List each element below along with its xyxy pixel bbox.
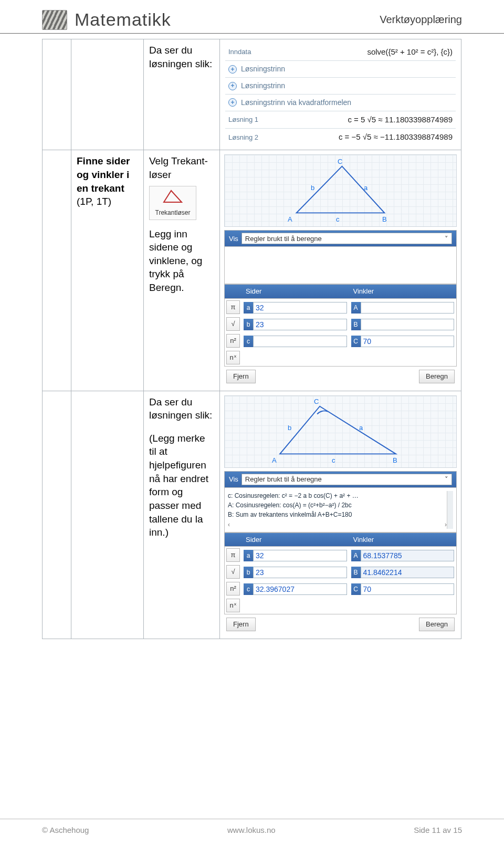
cell-empty: [43, 150, 71, 391]
side-label: c: [332, 456, 335, 465]
inndata-label: Inndata: [228, 47, 251, 57]
square-button[interactable]: n²: [226, 334, 240, 348]
expand-icon[interactable]: +: [228, 65, 237, 74]
footer-url: www.lokus.no: [227, 826, 276, 834]
expand-icon[interactable]: +: [228, 98, 237, 107]
chevron-down-icon: ˅: [445, 475, 448, 484]
rules-result-box: c: Cosinusregelen: c² = −2 a b cos(C) + …: [224, 487, 457, 532]
table-row: Da ser du løsningen slik: (Legg merke ti…: [43, 391, 461, 639]
vis-select[interactable]: Regler brukt til å beregne ˅: [242, 474, 452, 485]
angle-c-input[interactable]: 70: [361, 583, 455, 595]
solution-row: Løsning 1c = 5 √5 ≈ 11.1803398874989: [225, 111, 456, 128]
trekantloser-label: Trekantløser: [152, 208, 194, 217]
brand-logo-icon: [42, 10, 67, 30]
solution-label: Løsning 2: [228, 133, 258, 142]
scroll-left-icon[interactable]: ‹: [228, 520, 230, 529]
solution-math: c = −5 √5 ≈ −11.1803398874989: [339, 132, 453, 142]
table-row: Da ser du løsningen slik: Inndata solve(…: [43, 39, 461, 150]
side-c-input[interactable]: [253, 336, 347, 347]
angles-column: A B C70: [349, 299, 457, 366]
inndata-math: solve({5² + 10² = c²}, {c}): [367, 47, 453, 57]
angles-column: A68.1537785 B41.8462214 C70: [349, 547, 457, 614]
cell-instruction: Velg Trekant-løser Trekantløser Legg inn…: [144, 150, 220, 391]
solve-step[interactable]: +Løsningstrinn: [225, 60, 456, 77]
cell-topic: [71, 39, 144, 150]
side-a-input[interactable]: 32: [253, 302, 347, 314]
scrollbar[interactable]: [447, 491, 453, 529]
pi-button[interactable]: π: [226, 548, 240, 562]
side-label: a: [364, 183, 368, 193]
sides-column: a32 b23 c: [242, 299, 349, 366]
sides-header: Sider: [242, 533, 349, 547]
instruction-note: (Legg merke til at hjelpefiguren nå har …: [149, 432, 214, 539]
step-label: Løsningstrinn via kvadratformelen: [241, 98, 351, 108]
side-a-label: a: [244, 302, 253, 314]
rule-line: B: Sum av trekantens vinkelmål A+B+C=180: [228, 510, 447, 519]
side-label: b: [311, 183, 314, 193]
expand-icon[interactable]: +: [228, 82, 237, 90]
step-label: Løsningstrinn: [241, 64, 285, 74]
table-row: Finne sider og vinkler i en trekant (1P,…: [43, 150, 461, 391]
angle-b-input[interactable]: [361, 319, 455, 330]
pi-button[interactable]: π: [226, 300, 240, 314]
topic-title: Finne sider og vinkler i en trekant: [77, 154, 138, 195]
cell-empty: [43, 391, 71, 639]
power-button[interactable]: nˣ: [226, 599, 240, 612]
side-c-label: c: [244, 336, 253, 347]
instruction-text: Da ser du løsningen slik:: [149, 395, 214, 422]
rules-result-box: [224, 246, 457, 284]
symbol-column: π √ n² nˣ: [225, 299, 242, 366]
svg-marker-2: [280, 406, 396, 454]
sides-angles-header: Sider Vinkler: [224, 532, 457, 547]
angle-a-input[interactable]: [361, 302, 455, 314]
header-left: Matematikk: [42, 9, 171, 30]
svg-marker-0: [164, 191, 182, 202]
solution-label: Løsning 1: [228, 115, 258, 124]
vis-select[interactable]: Regler brukt til å beregne ˅: [242, 233, 452, 244]
power-button[interactable]: nˣ: [226, 351, 240, 364]
fjern-button[interactable]: Fjern: [226, 618, 256, 631]
side-c-input[interactable]: 32.3967027: [253, 583, 347, 595]
beregn-button[interactable]: Beregn: [419, 370, 455, 383]
cell-screenshot: Inndata solve({5² + 10² = c²}, {c}) +Løs…: [220, 39, 461, 150]
fjern-button[interactable]: Fjern: [226, 370, 256, 383]
side-c-label: c: [244, 583, 253, 595]
angles-header: Vinkler: [349, 285, 457, 298]
cell-instruction: Da ser du løsningen slik:: [144, 39, 220, 150]
cell-screenshot: A B C a b c Vis Regler brukt til å bereg…: [220, 391, 461, 639]
sides-angles-header: Sider Vinkler: [224, 284, 457, 299]
solution-row: Løsning 2c = −5 √5 ≈ −11.1803398874989: [225, 128, 456, 145]
rule-line: A: Cosinusregelen: cos(A) = (c²+b²−a²) /…: [228, 500, 447, 510]
angle-b-output[interactable]: 41.8462214: [361, 567, 455, 578]
chevron-down-icon: ˅: [445, 234, 448, 244]
sides-angles-body: π √ n² nˣ a32 b23 c32.3967027 A68.153778…: [224, 547, 457, 614]
instruction-text: Legg inn sidene og vinklene, og trykk på…: [149, 227, 214, 295]
solve-panel: Inndata solve({5² + 10² = c²}, {c}) +Løs…: [225, 44, 456, 145]
square-button[interactable]: n²: [226, 582, 240, 596]
cell-instruction: Da ser du løsningen slik: (Legg merke ti…: [144, 391, 220, 639]
angle-a-output[interactable]: 68.1537785: [361, 550, 455, 561]
brand-name: Matematikk: [75, 9, 171, 30]
sqrt-button[interactable]: √: [226, 317, 240, 331]
trekantloser-button[interactable]: Trekantløser: [149, 186, 196, 220]
side-b-label: b: [244, 567, 253, 578]
solve-step[interactable]: +Løsningstrinn: [225, 77, 456, 94]
cell-empty: [43, 39, 71, 150]
beregn-button[interactable]: Beregn: [419, 618, 455, 631]
cell-topic: Finne sider og vinkler i en trekant (1P,…: [71, 150, 144, 391]
side-b-input[interactable]: 23: [253, 319, 347, 330]
sqrt-button[interactable]: √: [226, 565, 240, 579]
sides-column: a32 b23 c32.3967027: [242, 547, 349, 614]
angle-c-label: C: [351, 336, 361, 347]
side-label: c: [336, 215, 340, 224]
button-bar: Fjern Beregn: [224, 367, 457, 387]
angle-c-input[interactable]: 70: [361, 336, 455, 347]
inndata-row: Inndata solve({5² + 10² = c²}, {c}): [225, 44, 456, 60]
vis-selected-value: Regler brukt til å beregne: [245, 475, 322, 484]
vis-selected-value: Regler brukt til å beregne: [245, 234, 322, 244]
angle-a-label: A: [351, 550, 361, 561]
side-a-input[interactable]: 32: [253, 550, 347, 561]
side-label: a: [359, 423, 363, 433]
side-b-input[interactable]: 23: [253, 567, 347, 578]
solve-step[interactable]: +Løsningstrinn via kvadratformelen: [225, 94, 456, 111]
